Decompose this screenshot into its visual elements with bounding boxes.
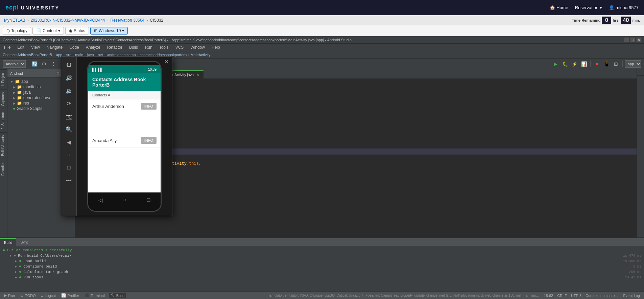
windows10-button[interactable]: ⊞ Windows 10 ▾ [90,27,128,34]
menu-window[interactable]: Window [189,44,206,50]
menu-navigate[interactable]: Navigate [45,44,64,50]
app-selector[interactable]: app [625,60,641,68]
status-button[interactable]: ◉ Status [65,27,89,34]
path-java[interactable]: java [87,53,94,57]
reservation-link[interactable]: Reservation 38564 [111,18,145,23]
maximize-btn[interactable]: □ [630,38,635,42]
run-play-icon: ▶ [4,293,7,298]
todo-status-btn[interactable]: ☑ TODO [19,293,37,298]
path-package[interactable]: contactsaddressbookporterb [140,53,187,57]
emu-rotate-btn[interactable]: ⟳ [64,98,74,109]
pod-link[interactable]: 202301RC-IN-CIS332-NMW-JD-POD444 [31,18,105,23]
path-project[interactable]: ContactsAddressBookPorterB [3,53,52,57]
run-btn[interactable]: ▶ [551,60,560,68]
avd-btn[interactable]: 📱 [602,60,611,68]
menu-file[interactable]: File [3,44,12,50]
emu-circle-btn[interactable]: ○ [64,150,74,160]
tab-main-close[interactable]: ✕ [196,73,199,77]
phone-recent-nav[interactable]: □ [147,197,150,203]
right-tab-1[interactable]: ⋮ [637,69,644,76]
contact-amanda-info-btn[interactable]: INFO [141,137,157,144]
emu-zoom-btn[interactable]: 🔍 [64,124,74,135]
emu-back-btn[interactable]: ◀ [64,137,74,147]
path-src[interactable]: src [66,53,71,57]
contact-arthur-info-btn[interactable]: INFO [141,103,157,110]
sidebar-item-captures[interactable]: Captures [0,89,7,109]
crlf-status: CRLF [557,294,567,298]
mynetlab-link[interactable]: MyNETLAB [4,18,25,23]
menu-vcs[interactable]: VCS [174,44,185,50]
phone-device: ▌▌ ▌▌ 10:39 Contacts Address Book Porter… [87,61,162,212]
phone-back-nav[interactable]: ◁ [98,197,102,203]
menu-refactor[interactable]: Refactor [106,44,124,50]
time-remaining: Time Remaining 0 hrs. 40 min. [572,17,640,24]
settings-btn[interactable]: ⚙ [40,60,48,68]
path-app[interactable]: app [56,53,62,57]
emu-screenshot-btn[interactable]: 📷 [64,111,74,122]
reservation-label: Reservation [575,5,598,10]
tab-build[interactable]: Build [0,238,16,246]
task-graph-icon: ● [19,270,21,274]
logcat-icon: ≡ [41,294,43,298]
sidebar-item-structure[interactable]: 2: Structure [0,109,7,132]
phone-status-bar: ▌▌ ▌▌ 10:39 [88,65,161,73]
event-log-btn[interactable]: Event Log [622,294,641,298]
terminal-status-btn[interactable]: ⬛ Terminal [83,293,106,298]
profiler-status-btn[interactable]: 📈 Profiler [60,293,80,298]
profiler-icon: 📈 [61,293,66,298]
stop-btn[interactable]: ■ [593,60,601,68]
run-build-icon: ● [14,253,16,258]
android-selector[interactable]: Android [3,60,26,68]
tab-sync[interactable]: Sync [16,238,32,246]
emu-square-btn[interactable]: □ [64,162,74,173]
ph-icon1[interactable]: ⊕ [56,71,59,75]
emu-power-btn[interactable]: ⏻ [64,60,74,70]
profile-btn[interactable]: 📊 [579,60,588,68]
menu-build[interactable]: Build [128,44,140,50]
emu-more-btn[interactable]: ••• [64,175,74,186]
sidebar-item-variants[interactable]: Build Variants [0,132,7,159]
topology-button[interactable]: ⬡ Topology [3,27,31,34]
sync-btn[interactable]: 🔄 [30,60,39,68]
run-status-btn[interactable]: ▶ Run [3,293,16,298]
task-graph-label: Calculate task graph [23,270,68,274]
coverage-btn[interactable]: ⚡ [570,60,579,68]
debug-btn[interactable]: 🐛 [560,60,569,68]
path-androidbootcamp[interactable]: androidbootcamp [107,53,136,57]
menu-code[interactable]: Code [68,44,80,50]
home-link[interactable]: 🏠 Home [550,5,568,10]
logcat-status-btn[interactable]: ≡ Logcat [40,294,57,298]
bottom-content: ● Build: completed successfully ▼ ● Run … [0,246,644,292]
contact-empty-space [88,113,161,134]
app-expand: ▼ [10,80,14,84]
menu-help[interactable]: Help [210,44,221,50]
menu-view[interactable]: View [30,44,41,50]
more-btn[interactable]: ⋮ [49,60,58,68]
path-net[interactable]: net [98,53,103,57]
build-status-btn[interactable]: 🔨 Build [109,293,126,298]
terminal-icon: ⬛ [85,293,89,298]
menu-analyze[interactable]: Analyze [85,44,102,50]
emu-vol-up-btn[interactable]: 🔊 [64,72,74,83]
panel-close-btn[interactable]: ✕ [163,58,171,65]
build-success-label: Build: completed successfully [7,248,72,252]
reservation-link[interactable]: Reservation ▾ [575,5,602,10]
sidebar-item-favorites[interactable]: Favorites [0,159,7,178]
sdk-btn[interactable]: ⊞ [612,60,620,68]
emu-vol-down-btn[interactable]: 🔉 [64,85,74,96]
sidebar-item-project[interactable]: 1: Project [0,69,7,89]
close-btn[interactable]: ✕ [637,38,641,42]
phone-bottom-notch [88,207,161,211]
path-main[interactable]: main [75,53,83,57]
phone-home-nav[interactable]: ○ [123,197,126,203]
minimize-btn[interactable]: ─ [624,38,629,42]
side-tabs-left: 1: Project Captures 2: Structure Build V… [0,69,7,237]
res-expand: ▶ [13,101,16,105]
path-file[interactable]: MainActivity [191,53,211,57]
menu-tools[interactable]: Tools [158,44,170,50]
content-button[interactable]: 📄 Content ▾ [32,27,64,34]
menu-edit[interactable]: Edit [16,44,26,50]
sep2: › [107,18,109,23]
user-link[interactable]: 👤 micpor9577 [609,5,639,10]
menu-run[interactable]: Run [144,44,154,50]
